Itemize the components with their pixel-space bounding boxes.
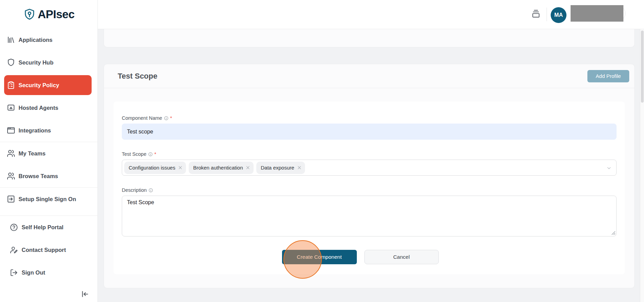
tag-configuration-issues: Configuration issues [124, 162, 186, 174]
required-asterisk: * [154, 151, 156, 157]
apisec-shield-icon [23, 8, 36, 21]
avatar[interactable]: MA [551, 7, 566, 23]
scrollbar-thumb[interactable] [641, 31, 644, 103]
sidebar-item-label: Self Help Portal [22, 224, 63, 231]
required-asterisk: * [170, 115, 172, 121]
sidebar-item-label: Setup Single Sign On [19, 196, 76, 202]
add-profile-button[interactable]: Add Profile [587, 70, 629, 82]
component-form: Component Name * Test Scope [114, 102, 625, 274]
sidebar-collapse-icon[interactable] [81, 290, 90, 299]
sidebar-item-integrations[interactable]: Integrations [0, 119, 97, 142]
sidebar-item-label: Sign Out [22, 269, 45, 276]
sidebar-item-label: Applications [19, 37, 52, 43]
top-header: MA [98, 0, 644, 29]
test-scope-label: Test Scope * [122, 151, 617, 157]
sidebar-item-label: Browse Teams [19, 173, 58, 179]
help-circle-icon [10, 223, 18, 231]
sidebar-item-setup-sso[interactable]: Setup Single Sign On [0, 188, 97, 210]
app-logo-text: APIsec [38, 8, 74, 21]
sidebar-item-hosted-agents[interactable]: Hosted Agents [0, 96, 97, 119]
app-logo[interactable]: APIsec [0, 0, 97, 28]
sidebar-item-security-hub[interactable]: Security Hub [0, 51, 97, 74]
sidebar: APIsec Applications Security Hub Securit… [0, 0, 98, 302]
remove-tag-icon[interactable] [297, 165, 302, 170]
test-scope-card: Test Scope Add Profile Component Name * … [104, 64, 635, 288]
shield-icon [7, 58, 15, 67]
sidebar-item-label: Hosted Agents [19, 105, 58, 111]
info-icon[interactable] [148, 152, 153, 156]
sidebar-item-security-policy[interactable]: Security Policy [4, 75, 92, 95]
scrollbar[interactable] [640, 29, 644, 302]
sidebar-item-my-teams[interactable]: My Teams [0, 142, 97, 165]
users-icon [7, 172, 15, 180]
info-icon[interactable] [149, 188, 153, 193]
component-name-label: Component Name * [122, 115, 617, 121]
form-actions: Create Component Cancel [113, 250, 608, 264]
sidebar-item-sign-out[interactable]: Sign Out [0, 261, 97, 284]
sidebar-item-browse-teams[interactable]: Browse Teams [0, 165, 97, 187]
sidebar-item-label: Contact Support [22, 247, 66, 253]
users-icon [7, 149, 15, 158]
create-component-button[interactable]: Create Component [282, 250, 357, 264]
sidebar-item-self-help-portal[interactable]: Self Help Portal [0, 216, 97, 239]
remove-tag-icon[interactable] [178, 165, 183, 170]
sidebar-item-contact-support[interactable]: Contact Support [0, 239, 97, 261]
page-title: Test Scope [118, 72, 157, 81]
library-icon [7, 36, 15, 44]
redacted-username [571, 5, 623, 22]
app-window-icon [7, 126, 15, 135]
log-out-icon [10, 268, 18, 277]
header-divider [547, 8, 547, 21]
sign-in-box-icon [7, 195, 15, 203]
description-label: Description [122, 187, 617, 193]
clipboard-list-icon [7, 81, 15, 89]
description-textarea[interactable]: Test Scope [122, 196, 617, 236]
component-name-input[interactable] [122, 124, 617, 140]
previous-card-bottom [104, 29, 635, 47]
remove-tag-icon[interactable] [246, 165, 250, 170]
monitor-icon [7, 104, 15, 112]
info-icon[interactable] [164, 116, 168, 120]
archive-icon[interactable] [530, 8, 541, 19]
test-scope-multiselect[interactable]: Configuration issues Broken authenticati… [122, 160, 617, 176]
content-area: Test Scope Add Profile Component Name * … [98, 29, 644, 302]
tag-data-exposure: Data exposure [256, 162, 305, 174]
sidebar-item-label: Security Policy [19, 82, 59, 89]
user-pen-icon [10, 246, 18, 254]
tag-broken-authentication: Broken authentication [189, 162, 254, 174]
sidebar-item-label: Security Hub [19, 59, 54, 66]
sidebar-item-label: Integrations [19, 127, 51, 134]
sidebar-item-label: My Teams [19, 150, 46, 157]
resize-grip-icon[interactable] [611, 231, 616, 235]
card-header: Test Scope Add Profile [104, 64, 634, 88]
cancel-button[interactable]: Cancel [364, 250, 439, 264]
sidebar-item-applications[interactable]: Applications [0, 28, 97, 51]
chevron-down-icon [606, 165, 612, 171]
